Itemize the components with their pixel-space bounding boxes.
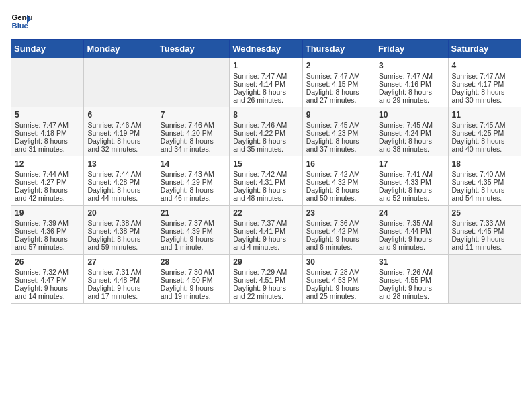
calendar-cell: 7Sunrise: 7:46 AMSunset: 4:20 PMDaylight… (157, 107, 229, 156)
day-number: 4 (452, 61, 517, 71)
calendar-cell: 20Sunrise: 7:38 AMSunset: 4:38 PMDayligh… (84, 205, 157, 255)
calendar-cell: 3Sunrise: 7:47 AMSunset: 4:16 PMDaylight… (375, 58, 448, 107)
calendar-cell: 22Sunrise: 7:37 AMSunset: 4:41 PMDayligh… (230, 205, 302, 255)
calendar-cell: 26Sunrise: 7:32 AMSunset: 4:47 PMDayligh… (11, 255, 84, 304)
calendar-cell: 14Sunrise: 7:43 AMSunset: 4:29 PMDayligh… (157, 156, 229, 205)
calendar-table: SundayMondayTuesdayWednesdayThursdayFrid… (11, 39, 521, 304)
day-info: Sunrise: 7:30 AMSunset: 4:50 PMDaylight:… (161, 268, 214, 300)
day-number: 15 (233, 159, 298, 169)
calendar-cell: 18Sunrise: 7:40 AMSunset: 4:35 PMDayligh… (448, 156, 521, 205)
calendar-cell: 5Sunrise: 7:47 AMSunset: 4:18 PMDaylight… (11, 107, 84, 156)
day-info: Sunrise: 7:46 AMSunset: 4:19 PMDaylight:… (87, 121, 141, 153)
day-number: 28 (161, 257, 226, 267)
calendar-cell: 25Sunrise: 7:33 AMSunset: 4:45 PMDayligh… (448, 205, 521, 255)
calendar-cell: 9Sunrise: 7:45 AMSunset: 4:23 PMDaylight… (302, 107, 375, 156)
calendar-cell: 10Sunrise: 7:45 AMSunset: 4:24 PMDayligh… (375, 107, 448, 156)
day-info: Sunrise: 7:39 AMSunset: 4:36 PMDaylight:… (15, 219, 69, 251)
day-number: 25 (452, 208, 517, 218)
calendar-cell: 24Sunrise: 7:35 AMSunset: 4:44 PMDayligh… (375, 205, 448, 255)
svg-text:Blue: Blue (12, 21, 28, 30)
calendar-cell: 21Sunrise: 7:37 AMSunset: 4:39 PMDayligh… (157, 205, 229, 255)
day-number: 11 (452, 110, 517, 120)
day-number: 6 (87, 110, 152, 120)
day-number: 9 (306, 110, 371, 120)
day-number: 19 (15, 208, 80, 218)
day-info: Sunrise: 7:47 AMSunset: 4:18 PMDaylight:… (15, 121, 69, 153)
day-number: 29 (233, 257, 298, 267)
day-number: 17 (379, 159, 444, 169)
day-number: 31 (379, 257, 444, 267)
day-header-wednesday: Wednesday (230, 40, 302, 58)
calendar-cell: 16Sunrise: 7:42 AMSunset: 4:32 PMDayligh… (302, 156, 375, 205)
calendar-cell: 23Sunrise: 7:36 AMSunset: 4:42 PMDayligh… (302, 205, 375, 255)
day-header-thursday: Thursday (302, 40, 375, 58)
day-number: 10 (379, 110, 444, 120)
day-info: Sunrise: 7:40 AMSunset: 4:35 PMDaylight:… (452, 170, 506, 202)
calendar-week-row: 26Sunrise: 7:32 AMSunset: 4:47 PMDayligh… (11, 255, 521, 304)
day-header-saturday: Saturday (448, 40, 521, 58)
calendar-cell: 15Sunrise: 7:42 AMSunset: 4:31 PMDayligh… (230, 156, 302, 205)
calendar-cell: 11Sunrise: 7:45 AMSunset: 4:25 PMDayligh… (448, 107, 521, 156)
day-number: 27 (87, 257, 152, 267)
day-number: 5 (15, 110, 80, 120)
day-info: Sunrise: 7:46 AMSunset: 4:20 PMDaylight:… (161, 121, 214, 153)
day-info: Sunrise: 7:45 AMSunset: 4:24 PMDaylight:… (379, 121, 433, 153)
calendar-cell: 28Sunrise: 7:30 AMSunset: 4:50 PMDayligh… (157, 255, 229, 304)
day-info: Sunrise: 7:47 AMSunset: 4:16 PMDaylight:… (379, 72, 433, 104)
day-info: Sunrise: 7:46 AMSunset: 4:22 PMDaylight:… (233, 121, 287, 153)
calendar-cell (448, 255, 521, 304)
day-number: 2 (306, 61, 371, 71)
day-number: 1 (233, 61, 298, 71)
calendar-cell: 30Sunrise: 7:28 AMSunset: 4:53 PMDayligh… (302, 255, 375, 304)
day-info: Sunrise: 7:35 AMSunset: 4:44 PMDaylight:… (379, 219, 433, 251)
day-info: Sunrise: 7:45 AMSunset: 4:23 PMDaylight:… (306, 121, 360, 153)
day-info: Sunrise: 7:36 AMSunset: 4:42 PMDaylight:… (306, 219, 360, 251)
day-header-tuesday: Tuesday (157, 40, 229, 58)
day-info: Sunrise: 7:44 AMSunset: 4:27 PMDaylight:… (15, 170, 69, 202)
calendar-cell: 17Sunrise: 7:41 AMSunset: 4:33 PMDayligh… (375, 156, 448, 205)
calendar-cell: 1Sunrise: 7:47 AMSunset: 4:14 PMDaylight… (230, 58, 302, 107)
day-number: 8 (233, 110, 298, 120)
logo: General Blue (11, 11, 32, 32)
day-info: Sunrise: 7:32 AMSunset: 4:47 PMDaylight:… (15, 268, 69, 300)
day-number: 14 (161, 159, 226, 169)
day-number: 22 (233, 208, 298, 218)
day-info: Sunrise: 7:33 AMSunset: 4:45 PMDaylight:… (452, 219, 506, 251)
day-number: 18 (452, 159, 517, 169)
day-info: Sunrise: 7:29 AMSunset: 4:51 PMDaylight:… (233, 268, 287, 300)
calendar-week-row: 12Sunrise: 7:44 AMSunset: 4:27 PMDayligh… (11, 156, 521, 205)
day-header-monday: Monday (84, 40, 157, 58)
calendar-week-row: 5Sunrise: 7:47 AMSunset: 4:18 PMDaylight… (11, 107, 521, 156)
day-number: 7 (161, 110, 226, 120)
day-info: Sunrise: 7:38 AMSunset: 4:38 PMDaylight:… (87, 219, 141, 251)
day-number: 30 (306, 257, 371, 267)
day-number: 16 (306, 159, 371, 169)
calendar-cell: 2Sunrise: 7:47 AMSunset: 4:15 PMDaylight… (302, 58, 375, 107)
day-info: Sunrise: 7:37 AMSunset: 4:39 PMDaylight:… (161, 219, 214, 251)
day-info: Sunrise: 7:47 AMSunset: 4:15 PMDaylight:… (306, 72, 360, 104)
day-info: Sunrise: 7:37 AMSunset: 4:41 PMDaylight:… (233, 219, 287, 251)
calendar-week-row: 1Sunrise: 7:47 AMSunset: 4:14 PMDaylight… (11, 58, 521, 107)
calendar-cell (84, 58, 157, 107)
day-header-friday: Friday (375, 40, 448, 58)
calendar-cell: 13Sunrise: 7:44 AMSunset: 4:28 PMDayligh… (84, 156, 157, 205)
day-info: Sunrise: 7:43 AMSunset: 4:29 PMDaylight:… (161, 170, 214, 202)
day-number: 20 (87, 208, 152, 218)
logo-icon: General Blue (11, 11, 32, 32)
calendar-cell: 19Sunrise: 7:39 AMSunset: 4:36 PMDayligh… (11, 205, 84, 255)
calendar-cell (11, 58, 84, 107)
day-info: Sunrise: 7:44 AMSunset: 4:28 PMDaylight:… (87, 170, 141, 202)
day-number: 23 (306, 208, 371, 218)
day-info: Sunrise: 7:41 AMSunset: 4:33 PMDaylight:… (379, 170, 433, 202)
day-number: 3 (379, 61, 444, 71)
page-header: General Blue (11, 11, 521, 32)
day-info: Sunrise: 7:31 AMSunset: 4:48 PMDaylight:… (87, 268, 141, 300)
day-info: Sunrise: 7:47 AMSunset: 4:17 PMDaylight:… (452, 72, 506, 104)
calendar-cell: 6Sunrise: 7:46 AMSunset: 4:19 PMDaylight… (84, 107, 157, 156)
calendar-cell: 27Sunrise: 7:31 AMSunset: 4:48 PMDayligh… (84, 255, 157, 304)
calendar-cell: 31Sunrise: 7:26 AMSunset: 4:55 PMDayligh… (375, 255, 448, 304)
calendar-cell: 29Sunrise: 7:29 AMSunset: 4:51 PMDayligh… (230, 255, 302, 304)
calendar-cell (157, 58, 229, 107)
day-header-sunday: Sunday (11, 40, 84, 58)
day-info: Sunrise: 7:42 AMSunset: 4:31 PMDaylight:… (233, 170, 287, 202)
